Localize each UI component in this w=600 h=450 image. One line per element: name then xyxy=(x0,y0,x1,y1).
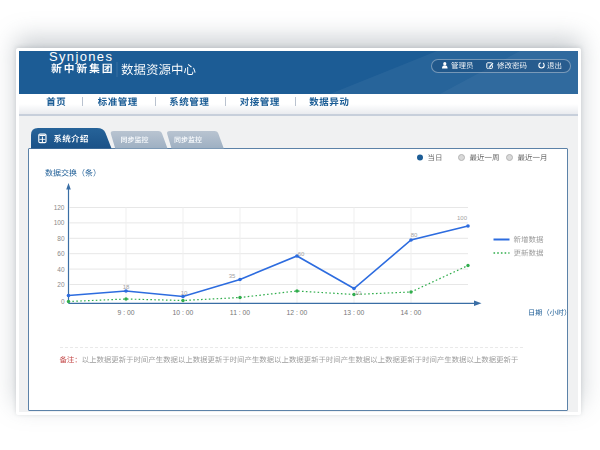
svg-text:0: 0 xyxy=(61,298,65,305)
svg-text:60: 60 xyxy=(57,250,65,257)
svg-text:Synjones: Synjones xyxy=(49,49,113,64)
svg-text:80: 80 xyxy=(411,232,418,238)
svg-text:13 : 00: 13 : 00 xyxy=(344,309,365,316)
svg-text:10: 10 xyxy=(355,290,362,296)
svg-text:35: 35 xyxy=(229,273,236,279)
svg-text:80: 80 xyxy=(57,235,65,242)
svg-text:11 : 00: 11 : 00 xyxy=(230,309,251,316)
svg-text:12 : 00: 12 : 00 xyxy=(287,309,308,316)
svg-text:10: 10 xyxy=(181,290,188,296)
svg-text:60: 60 xyxy=(298,251,305,257)
svg-text:18: 18 xyxy=(123,284,130,290)
svg-text:9 : 00: 9 : 00 xyxy=(117,309,134,316)
svg-text:40: 40 xyxy=(57,266,65,273)
svg-text:100: 100 xyxy=(457,215,468,221)
svg-text:10 : 00: 10 : 00 xyxy=(173,309,194,316)
svg-text:20: 20 xyxy=(57,281,65,288)
svg-text:120: 120 xyxy=(54,204,65,211)
svg-text:14 : 00: 14 : 00 xyxy=(401,309,422,316)
svg-text:100: 100 xyxy=(54,219,65,226)
